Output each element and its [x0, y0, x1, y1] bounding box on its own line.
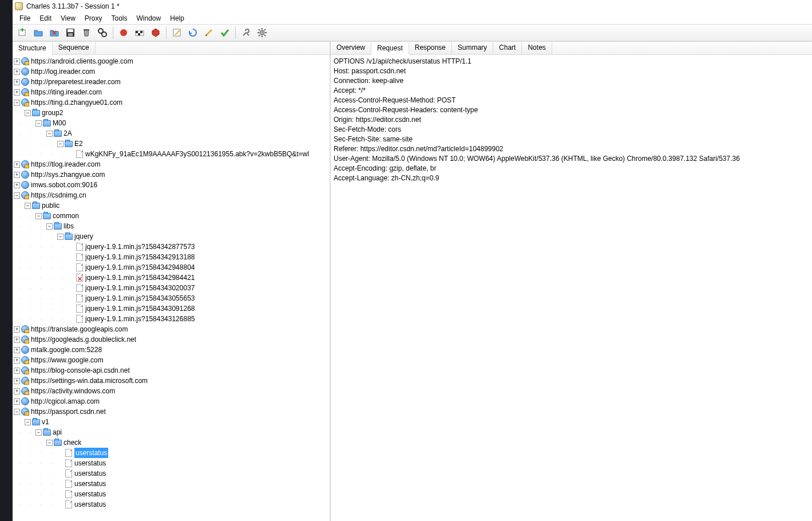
tree-row[interactable]: imws.sobot.com:9016 — [14, 180, 330, 190]
tree-row[interactable]: ··common — [14, 211, 330, 221]
clear-session-button[interactable] — [79, 26, 94, 40]
tree-row[interactable]: https://tlog.ireader.com — [14, 159, 330, 169]
tree-row[interactable]: https://translate.googleapis.com — [14, 324, 330, 334]
tree-row[interactable]: ···check — [14, 437, 330, 448]
expand-toggle[interactable] — [14, 409, 20, 415]
tree-row[interactable]: ····jquery — [14, 231, 330, 242]
tree-row[interactable]: https://googleads.g.doubleclick.net — [14, 334, 330, 345]
find-button[interactable] — [95, 26, 110, 40]
tree-row[interactable]: https://csdnimg.cn — [14, 190, 330, 200]
tree-row[interactable]: ·public — [14, 200, 330, 211]
tree-row[interactable]: http://sys.zhangyue.com — [14, 169, 330, 180]
tree-row[interactable]: ·····jquery-1.9.1.min.js?1584342984421 — [14, 273, 330, 283]
tab-structure[interactable]: Structure — [13, 42, 53, 55]
tree-row[interactable]: http://preparetest.ireader.com — [14, 77, 330, 87]
expand-toggle[interactable] — [14, 69, 20, 75]
expand-toggle[interactable] — [35, 213, 42, 219]
tree-row[interactable]: ···libs — [14, 221, 330, 231]
tree-row[interactable]: http://cgicol.amap.com — [14, 396, 330, 406]
expand-toggle[interactable] — [14, 368, 20, 374]
titlebar[interactable]: Charles 3.11.3b7 - Session 1 * — [13, 0, 812, 13]
tree-row[interactable]: ···2A — [14, 128, 330, 139]
menu-view[interactable]: View — [56, 13, 80, 23]
expand-toggle[interactable] — [25, 110, 31, 116]
tree-row[interactable]: ····E2 — [14, 139, 330, 149]
tree-row[interactable]: https://www.google.com — [14, 355, 330, 365]
structure-tree[interactable]: https://android.clients.google.comhttp:/… — [13, 55, 330, 521]
expand-toggle[interactable] — [14, 326, 20, 333]
tree-row[interactable]: ····userstatus — [14, 458, 330, 468]
tree-row[interactable]: ·····jquery-1.9.1.min.js?1584342913188 — [14, 252, 330, 262]
expand-toggle[interactable] — [14, 161, 20, 168]
compose-button[interactable] — [169, 26, 184, 40]
tree-row[interactable]: ····userstatus — [14, 479, 330, 489]
expand-toggle[interactable] — [14, 378, 20, 384]
tree-row[interactable]: ·····jquery-1.9.1.min.js?1584342877573 — [14, 242, 330, 252]
save-session-button[interactable] — [63, 26, 78, 40]
expand-toggle[interactable] — [25, 419, 31, 425]
expand-toggle[interactable] — [46, 131, 53, 137]
tab-overview[interactable]: Overview — [331, 42, 371, 54]
tab-request[interactable]: Request — [371, 42, 409, 55]
tree-row[interactable]: ·····jquery-1.9.1.min.js?1584343126885 — [14, 314, 330, 324]
breakpoints-button[interactable] — [148, 26, 163, 40]
tree-row[interactable]: ··M00 — [14, 118, 330, 128]
tree-row[interactable]: ·····wKgKNFy_91aEc1M9AAAAAF3yS0012136195… — [14, 149, 330, 159]
expand-toggle[interactable] — [14, 89, 20, 96]
expand-toggle[interactable] — [14, 192, 20, 199]
tree-row[interactable]: ·····jquery-1.9.1.min.js?1584343091268 — [14, 303, 330, 314]
expand-toggle[interactable] — [14, 79, 20, 85]
tree-row[interactable]: ·group2 — [14, 108, 330, 118]
repeat-button[interactable] — [185, 26, 200, 40]
request-details[interactable]: OPTIONS /v1/api/check/userstatus HTTP/1.… — [331, 55, 812, 521]
expand-toggle[interactable] — [46, 223, 53, 230]
settings-button[interactable] — [255, 26, 270, 40]
tree-row[interactable]: ·····jquery-1.9.1.min.js?1584343020037 — [14, 283, 330, 293]
menu-file[interactable]: File — [15, 13, 35, 23]
expand-toggle[interactable] — [14, 388, 20, 394]
expand-toggle[interactable] — [25, 203, 31, 209]
throttle-button[interactable] — [132, 26, 147, 40]
menu-edit[interactable]: Edit — [35, 13, 56, 23]
open-session-button[interactable] — [31, 26, 46, 40]
tree-row[interactable]: ·v1 — [14, 417, 330, 427]
tree-row[interactable]: https://blog-console-api.csdn.net — [14, 365, 330, 376]
tab-chart[interactable]: Chart — [493, 42, 522, 54]
tree-row[interactable]: https://passport.csdn.net — [14, 406, 330, 417]
expand-toggle[interactable] — [14, 347, 20, 353]
tree-row[interactable]: ··api — [14, 427, 330, 437]
expand-toggle[interactable] — [14, 100, 20, 106]
edit-button[interactable] — [201, 26, 216, 40]
menu-tools[interactable]: Tools — [107, 13, 132, 23]
expand-toggle[interactable] — [14, 172, 20, 178]
tree-row[interactable]: ·····jquery-1.9.1.min.js?1584342948804 — [14, 262, 330, 273]
expand-toggle[interactable] — [57, 141, 64, 147]
tree-row[interactable]: ····userstatus — [14, 499, 330, 510]
menu-proxy[interactable]: Proxy — [80, 13, 107, 23]
tree-row[interactable]: https://settings-win.data.microsoft.com — [14, 376, 330, 386]
tree-row[interactable]: ····userstatus — [14, 448, 330, 458]
tree-row[interactable]: mtalk.google.com:5228 — [14, 345, 330, 355]
tools-button[interactable] — [239, 26, 253, 40]
tree-row[interactable]: ····userstatus — [14, 489, 330, 499]
new-session-button[interactable] — [15, 26, 30, 40]
expand-toggle[interactable] — [14, 58, 20, 65]
close-session-button[interactable] — [47, 26, 62, 40]
tree-row[interactable]: https://ting.d.zhangyue01.com — [14, 97, 330, 108]
tab-sequence[interactable]: Sequence — [53, 42, 96, 54]
expand-toggle[interactable] — [14, 398, 20, 405]
menu-window[interactable]: Window — [132, 13, 166, 23]
tree-row[interactable]: ·····jquery-1.9.1.min.js?1584343055653 — [14, 293, 330, 303]
menu-help[interactable]: Help — [165, 13, 189, 23]
validate-button[interactable] — [217, 26, 232, 40]
tree-row[interactable]: https://iting.ireader.com — [14, 87, 330, 97]
tab-response[interactable]: Response — [409, 42, 452, 54]
expand-toggle[interactable] — [14, 182, 20, 188]
tree-row[interactable]: https://android.clients.google.com — [14, 56, 330, 66]
tree-row[interactable]: ····userstatus — [14, 468, 330, 479]
expand-toggle[interactable] — [57, 234, 64, 240]
tree-row[interactable]: https://activity.windows.com — [14, 386, 330, 396]
expand-toggle[interactable] — [14, 357, 20, 364]
expand-toggle[interactable] — [14, 337, 20, 343]
tab-notes[interactable]: Notes — [522, 42, 552, 54]
